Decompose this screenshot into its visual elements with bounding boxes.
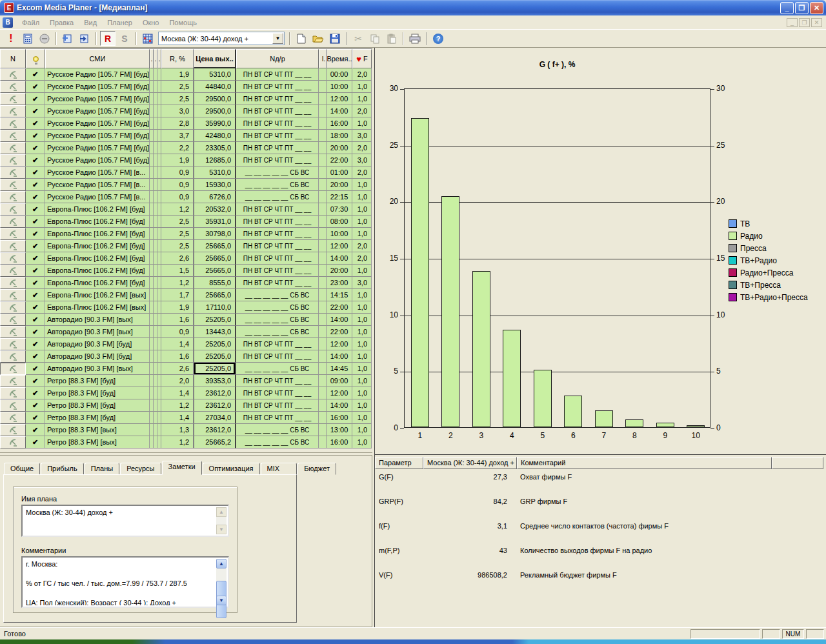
grid-cell[interactable]: ПН ВТ СР ЧТ ПТ __ __	[236, 142, 319, 154]
grid-cell[interactable]: ✔	[26, 277, 45, 289]
restore-button[interactable]: ❐	[795, 2, 809, 14]
grid-cell[interactable]: 1,0	[352, 179, 372, 191]
grid-cell[interactable]: ПН ВТ СР ЧТ ПТ __ __	[236, 130, 319, 142]
grid-header-1[interactable]	[26, 49, 45, 68]
grid-cell[interactable]: __ __ __ __ __ СБ ВС	[236, 326, 319, 338]
grid-cell[interactable]: 18:00	[327, 130, 352, 142]
grid-cell[interactable]: ✔	[26, 154, 45, 166]
grid-cell[interactable]: Авторадио [90.3 FM] [вых]	[45, 314, 150, 326]
grid-cell[interactable]: 22:00	[327, 326, 352, 338]
grid-cell[interactable]: ПН ВТ СР ЧТ ПТ __ __	[236, 203, 319, 216]
row-selector[interactable]	[0, 130, 26, 142]
grid-cell[interactable]: 2,0	[352, 252, 372, 265]
grid-cell[interactable]: ПН ВТ СР ЧТ ПТ __ __	[236, 117, 319, 130]
grid-cell[interactable]: 14:00	[327, 105, 352, 117]
mdi-restore-button[interactable]: ❐	[799, 18, 810, 27]
grid-cell[interactable]: 1,0	[352, 338, 372, 350]
row-selector[interactable]	[0, 301, 26, 314]
row-selector[interactable]	[0, 93, 26, 105]
grid-cell[interactable]: 1,0	[352, 93, 372, 105]
grid-header-10[interactable]: Время..	[327, 49, 352, 68]
grid-cell[interactable]: ✔	[26, 289, 45, 301]
grid-cell[interactable]: ✔	[26, 68, 45, 81]
grid-cell[interactable]: Русское Радио [105.7 FM] [буд]	[45, 117, 150, 130]
grid-cell[interactable]: 1,6	[161, 314, 194, 326]
grid-cell[interactable]: 1,0	[352, 216, 372, 228]
grid-cell[interactable]: 0,9	[161, 179, 194, 191]
grid-cell[interactable]: Русское Радио [105.7 FM] [в...	[45, 166, 150, 179]
grid-cell[interactable]: ПН ВТ СР ЧТ ПТ __ __	[236, 338, 319, 350]
grid-cell[interactable]: ПН ВТ СР ЧТ ПТ __ __	[236, 216, 319, 228]
grid-cell[interactable]: 1,0	[352, 424, 372, 436]
grid-cell[interactable]: 23612,0	[194, 424, 236, 436]
grid-cell[interactable]: Русское Радио [105.7 FM] [буд]	[45, 130, 150, 142]
grid-cell[interactable]: ✔	[26, 203, 45, 216]
grid-cell[interactable]: 22:00	[327, 154, 352, 166]
grid-cell[interactable]: 1,2	[161, 277, 194, 289]
grid-cell[interactable]: ✔	[26, 191, 45, 203]
grid-header-6[interactable]: R, %	[161, 49, 194, 68]
grid-cell[interactable]: Европа-Плюс [106.2 FM] [вых]	[45, 301, 150, 314]
plan-name-field[interactable]: Москва (Ж: 30-44) доход + ▲ ▼	[21, 505, 229, 537]
remove-button[interactable]	[37, 31, 52, 46]
grid-cell[interactable]: ПН ВТ СР ЧТ ПТ __ __	[236, 387, 319, 399]
grid-cell[interactable]: 35931,0	[194, 216, 236, 228]
grid-cell[interactable]: ✔	[26, 93, 45, 105]
grid-cell[interactable]: ПН ВТ СР ЧТ ПТ __ __	[236, 154, 319, 166]
grid-cell[interactable]: 1,0	[352, 289, 372, 301]
grid-cell[interactable]: ✔	[26, 105, 45, 117]
tab-1[interactable]: Прибыль	[41, 463, 84, 475]
grid-cell[interactable]: 14:00	[327, 252, 352, 265]
grid-cell[interactable]: ✔	[26, 314, 45, 326]
grid-cell[interactable]: Ретро [88.3 FM] [вых]	[45, 424, 150, 436]
grid-cell[interactable]: 1,0	[352, 228, 372, 240]
grid-cell[interactable]: 14:00	[327, 350, 352, 363]
comments-field[interactable]: г. Москва: % от ГС / тыс чел. / тыс. дом…	[21, 556, 229, 608]
menu-item-4[interactable]: Окно	[137, 17, 165, 28]
grid-cell[interactable]: 35990,0	[194, 117, 236, 130]
menu-item-5[interactable]: Помощь	[164, 17, 202, 28]
plan-name-scrollbar[interactable]: ▲ ▼	[216, 507, 227, 534]
grid-cell[interactable]: 2,0	[352, 142, 372, 154]
mdi-document-icon[interactable]: B	[3, 17, 13, 28]
plan-selector[interactable]: Москва (Ж: 30-44) доход + ▼	[158, 32, 285, 45]
grid-cell[interactable]: 14:15	[327, 289, 352, 301]
mdi-minimize-button[interactable]: _	[787, 18, 798, 27]
scroll-down-icon[interactable]: ▼	[216, 525, 227, 534]
next-plan-button[interactable]	[77, 31, 92, 46]
grid-cell[interactable]: Авторадио [90.3 FM] [вых]	[45, 326, 150, 338]
grid-cell[interactable]: 6726,0	[194, 191, 236, 203]
grid-cell[interactable]: Авторадио [90.3 FM] [вых]	[45, 363, 150, 375]
grid-cell[interactable]: ✔	[26, 301, 45, 314]
grid-cell[interactable]: Европа-Плюс [106.2 FM] [буд]	[45, 252, 150, 265]
comments-scrollbar[interactable]: ▲ ▼	[216, 559, 227, 605]
grid-cell[interactable]: 2,5	[161, 216, 194, 228]
grid-cell[interactable]: 25665,0	[194, 289, 236, 301]
grid-cell[interactable]: 2,0	[352, 68, 372, 81]
grid-cell[interactable]: 12:00	[327, 240, 352, 252]
grid-cell[interactable]: 25205,0	[194, 338, 236, 350]
grid-cell[interactable]: 3,0	[352, 130, 372, 142]
grid-cell[interactable]: ✔	[26, 228, 45, 240]
grid-cell[interactable]: 1,0	[352, 81, 372, 93]
grid-cell[interactable]: 25665,0	[194, 252, 236, 265]
grid-cell[interactable]: ПН ВТ СР ЧТ ПТ __ __	[236, 93, 319, 105]
grid-cell[interactable]: ПН ВТ СР ЧТ ПТ __ __	[236, 399, 319, 412]
grid-cell[interactable]: 42480,0	[194, 130, 236, 142]
grid-cell[interactable]: 3,7	[161, 130, 194, 142]
grid-cell[interactable]: ✔	[26, 399, 45, 412]
grid-cell[interactable]: 01:00	[327, 166, 352, 179]
grid-cell[interactable]: 22:15	[327, 191, 352, 203]
grid-cell[interactable]: 23612,0	[194, 387, 236, 399]
grid-cell[interactable]: 1,0	[352, 350, 372, 363]
grid-cell[interactable]: ✔	[26, 179, 45, 191]
grid-cell[interactable]: 1,9	[161, 301, 194, 314]
grid-cell[interactable]: ПН ВТ СР ЧТ ПТ __ __	[236, 252, 319, 265]
scroll-down-icon[interactable]: ▼	[216, 596, 227, 605]
chevron-down-icon[interactable]: ▼	[272, 33, 283, 44]
grid-cell[interactable]: ПН ВТ СР ЧТ ПТ __ __	[236, 105, 319, 117]
scroll-up-icon[interactable]: ▲	[216, 559, 227, 569]
grid-cell[interactable]: ✔	[26, 265, 45, 277]
grid-cell[interactable]: ✔	[26, 117, 45, 130]
grid-cell[interactable]: 1,5	[161, 265, 194, 277]
